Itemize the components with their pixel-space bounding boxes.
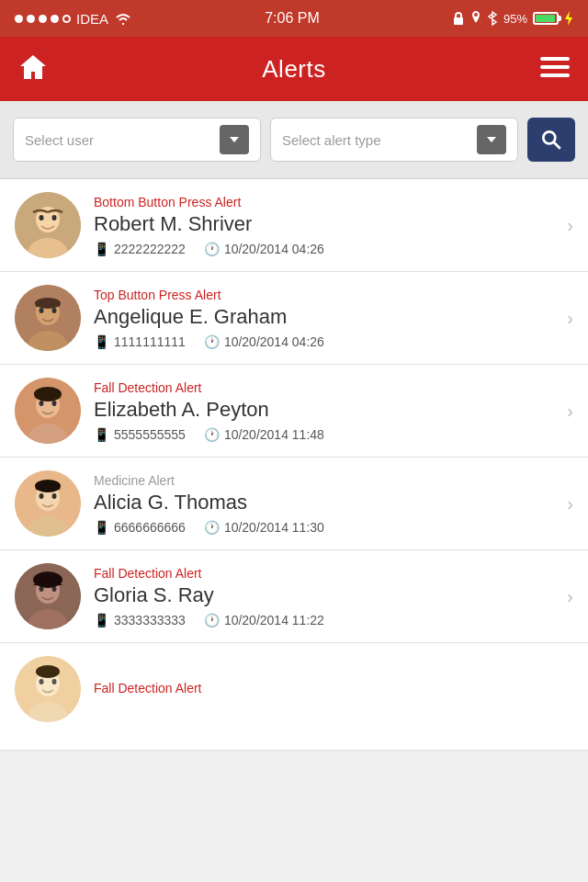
alert-type-label: Fall Detection Alert — [94, 681, 573, 695]
svg-rect-1 — [540, 57, 570, 61]
user-select[interactable]: Select user — [13, 118, 261, 162]
status-right: 95% — [452, 11, 573, 26]
chevron-right-icon: › — [567, 401, 573, 422]
signal-dots — [15, 15, 71, 23]
phone-icon: 📱 — [94, 242, 109, 256]
svg-point-34 — [33, 571, 62, 588]
alert-meta: 📱 2222222222 🕐 10/20/2014 04:26 — [94, 242, 560, 256]
chevron-right-icon: › — [567, 308, 573, 329]
alert-type-label: Fall Detection Alert — [94, 380, 560, 395]
search-button[interactable] — [527, 118, 575, 162]
alert-meta: 📱 1111111111 🕐 10/20/2014 04:26 — [94, 334, 560, 349]
alert-date: 10/20/2014 04:26 — [224, 334, 324, 349]
phone-icon: 📱 — [94, 613, 109, 628]
alert-item[interactable]: Medicine Alert Alicia G. Thomas 📱 666666… — [0, 458, 588, 550]
search-icon — [539, 128, 563, 152]
alert-type-label: Medicine Alert — [94, 473, 560, 488]
chevron-right-icon: › — [567, 493, 573, 514]
status-left: IDEA — [15, 11, 132, 27]
phone-number: 5555555555 — [114, 427, 186, 442]
svg-point-38 — [40, 679, 44, 684]
wifi-icon — [114, 12, 132, 26]
alert-item[interactable]: Fall Detection Alert — [0, 643, 588, 751]
filter-bar: Select user Select alert type — [0, 101, 588, 179]
battery-indicator — [533, 12, 559, 25]
phone-meta: 📱 1111111111 — [94, 334, 186, 349]
bluetooth-icon — [487, 11, 498, 26]
phone-meta: 📱 6666666666 — [94, 520, 186, 535]
svg-point-20 — [40, 401, 44, 406]
alert-item[interactable]: Bottom Button Press Alert Robert M. Shri… — [0, 179, 588, 272]
location-icon — [470, 11, 481, 26]
alert-meta: 📱 3333333333 🕐 10/20/2014 11:22 — [94, 613, 560, 628]
alert-type-label: Bottom Button Press Alert — [94, 195, 560, 209]
alert-name: Alicia G. Thomas — [94, 491, 560, 514]
svg-point-9 — [40, 215, 44, 220]
avatar — [15, 378, 81, 444]
svg-point-15 — [52, 308, 57, 313]
alert-content: Medicine Alert Alicia G. Thomas 📱 666666… — [94, 473, 560, 535]
avatar — [15, 285, 81, 351]
alert-name: Robert M. Shriver — [94, 212, 560, 236]
svg-rect-2 — [540, 65, 570, 69]
alert-date: 10/20/2014 11:22 — [224, 613, 324, 628]
avatar — [15, 470, 81, 537]
carrier-label: IDEA — [76, 11, 108, 27]
charging-icon — [564, 11, 573, 26]
phone-icon: 📱 — [94, 520, 109, 535]
alert-name: Angelique E. Graham — [94, 305, 560, 329]
page-title: Alerts — [262, 55, 325, 84]
phone-number: 3333333333 — [114, 613, 186, 628]
alert-date: 10/20/2014 11:48 — [224, 427, 324, 442]
alert-type-select-wrapper: Select alert type — [270, 118, 518, 162]
status-bar: IDEA 7:06 PM 95% — [0, 0, 588, 37]
user-select-wrapper: Select user — [13, 118, 261, 162]
svg-point-4 — [543, 131, 555, 143]
svg-line-5 — [554, 142, 560, 149]
alert-type-placeholder: Select alert type — [282, 132, 381, 148]
home-button[interactable] — [18, 52, 48, 85]
alert-type-arrow — [477, 125, 506, 154]
phone-number: 1111111111 — [114, 334, 186, 349]
home-icon — [18, 52, 48, 82]
clock-icon: 🕐 — [204, 520, 220, 535]
alert-meta: 📱 6666666666 🕐 10/20/2014 11:30 — [94, 520, 560, 535]
alert-type-label: Top Button Press Alert — [94, 288, 560, 302]
status-time: 7:06 PM — [265, 10, 320, 27]
alert-meta: 📱 5555555555 🕐 10/20/2014 11:48 — [94, 427, 560, 442]
svg-point-21 — [52, 401, 57, 406]
clock-icon: 🕐 — [204, 242, 220, 256]
phone-meta: 📱 3333333333 — [94, 613, 186, 628]
svg-point-39 — [52, 679, 57, 684]
alert-date: 10/20/2014 04:26 — [224, 242, 324, 256]
alert-list: Bottom Button Press Alert Robert M. Shri… — [0, 179, 588, 751]
avatar — [15, 192, 81, 258]
avatar — [15, 656, 81, 722]
chevron-right-icon: › — [567, 215, 573, 236]
lock-icon — [452, 11, 465, 26]
phone-meta: 📱 2222222222 — [94, 242, 186, 256]
chevron-right-icon: › — [567, 586, 573, 607]
alert-type-select[interactable]: Select alert type — [270, 118, 518, 162]
svg-point-27 — [52, 493, 57, 499]
alert-name: Elizabeth A. Peyton — [94, 398, 560, 422]
clock-icon: 🕐 — [204, 334, 220, 349]
menu-button[interactable] — [540, 52, 570, 85]
chevron-down-icon — [227, 132, 242, 147]
alert-content: Top Button Press Alert Angelique E. Grah… — [94, 288, 560, 349]
svg-rect-3 — [540, 74, 570, 77]
alert-content: Bottom Button Press Alert Robert M. Shri… — [94, 195, 560, 256]
alert-item[interactable]: Fall Detection Alert Gloria S. Ray 📱 333… — [0, 550, 588, 643]
svg-point-26 — [40, 493, 44, 499]
phone-icon: 📱 — [94, 334, 109, 349]
app-header: Alerts — [0, 37, 588, 101]
user-select-placeholder: Select user — [25, 132, 94, 148]
alert-item[interactable]: Fall Detection Alert Elizabeth A. Peyton… — [0, 365, 588, 458]
menu-icon — [540, 52, 570, 82]
clock-icon: 🕐 — [204, 427, 220, 442]
alert-item[interactable]: Top Button Press Alert Angelique E. Grah… — [0, 272, 588, 365]
time-meta: 🕐 10/20/2014 04:26 — [204, 334, 324, 349]
svg-point-14 — [40, 308, 44, 313]
alert-content: Fall Detection Alert — [94, 681, 573, 698]
phone-number: 2222222222 — [114, 242, 186, 256]
